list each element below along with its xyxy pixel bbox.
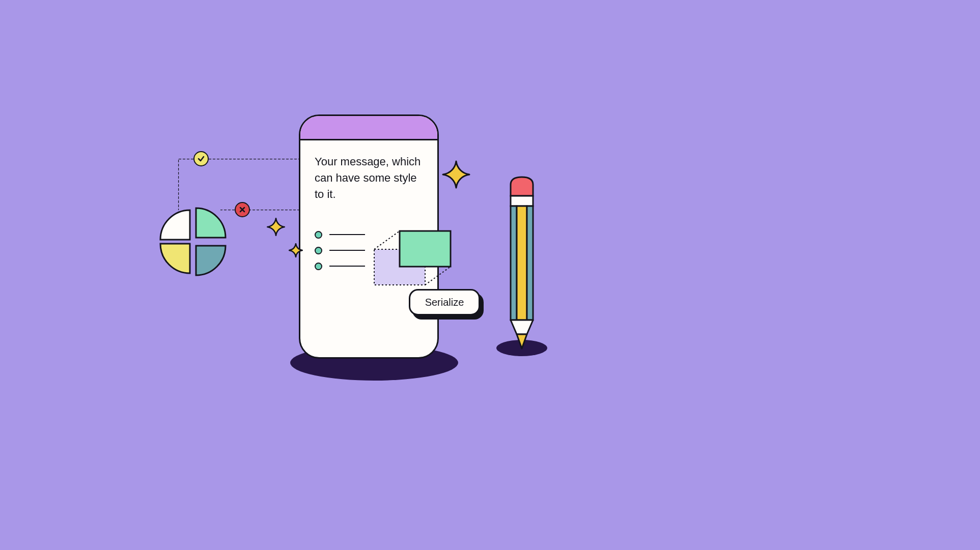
serialize-button[interactable]: Serialize xyxy=(409,289,480,315)
bullet-icon xyxy=(315,247,322,254)
bullet-icon xyxy=(315,231,322,239)
sparkle-icon xyxy=(267,218,285,236)
svg-line-3 xyxy=(425,267,451,285)
svg-rect-8 xyxy=(527,206,533,320)
svg-rect-4 xyxy=(400,231,451,267)
svg-rect-7 xyxy=(517,206,527,320)
svg-rect-5 xyxy=(511,196,533,206)
line-placeholder xyxy=(329,266,365,267)
line-placeholder xyxy=(329,234,365,236)
card-header xyxy=(300,116,437,140)
svg-line-1 xyxy=(374,231,400,249)
x-icon xyxy=(235,202,250,217)
pencil-icon xyxy=(509,176,535,349)
bullet-icon xyxy=(315,263,322,270)
floating-box-icon xyxy=(369,229,456,290)
line-placeholder xyxy=(329,250,365,251)
illustration-stage: Your message, which can have some style … xyxy=(0,0,980,550)
serialize-button-label: Serialize xyxy=(425,297,464,308)
check-icon xyxy=(193,151,209,166)
card-message-text: Your message, which can have some style … xyxy=(315,154,423,202)
pie-chart-icon xyxy=(156,206,228,277)
sparkle-icon xyxy=(289,243,303,257)
dotted-connector-2 xyxy=(220,210,302,215)
svg-rect-6 xyxy=(511,206,517,320)
sparkle-icon xyxy=(442,160,470,189)
